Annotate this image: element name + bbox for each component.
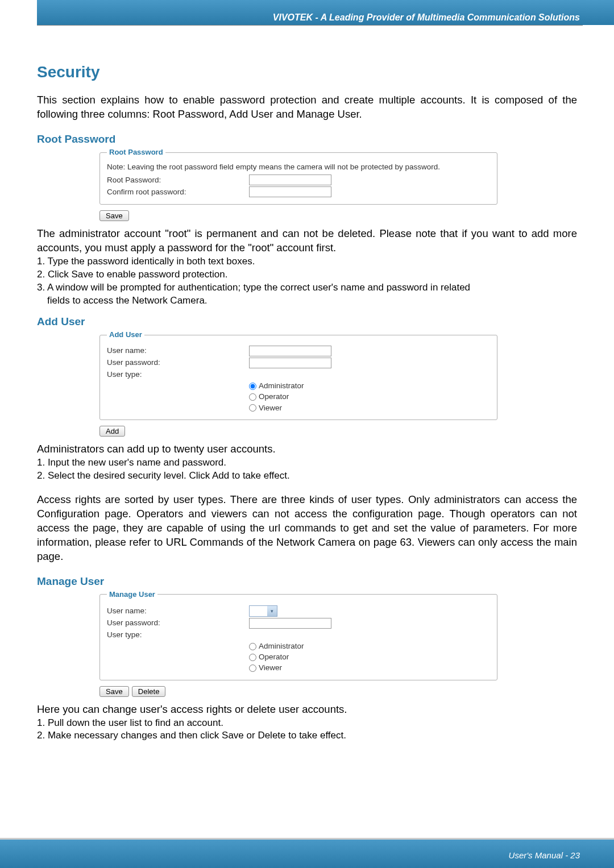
- add-step-1: 1. Input the new user's name and passwor…: [37, 456, 577, 470]
- root-password-fieldset-wrap: Root Password Note: Leaving the root pas…: [99, 147, 577, 205]
- header-title: VIVOTEK - A Leading Provider of Multimed…: [273, 13, 580, 23]
- page-header: VIVOTEK - A Leading Provider of Multimed…: [0, 0, 614, 44]
- chevron-down-icon: ▾: [267, 606, 277, 616]
- manage-user-legend: Manage User: [107, 589, 157, 600]
- add-user-pass-input[interactable]: [249, 358, 331, 368]
- add-viewer-label: Viewer: [259, 403, 282, 413]
- footer-page-number: User's Manual - 23: [509, 850, 580, 860]
- add-operator-label: Operator: [259, 392, 289, 402]
- access-rights-para: Access rights are sorted by user types. …: [37, 493, 577, 564]
- add-user-fieldset: Add User User name: User password: User …: [99, 330, 497, 420]
- add-step-2: 2. Select the desired security level. Cl…: [37, 470, 577, 483]
- root-password-legend: Root Password: [107, 147, 165, 157]
- manage-admin-label: Administrator: [259, 641, 304, 651]
- content-area: Security This section explains how to en…: [0, 44, 614, 742]
- confirm-password-label: Confirm root password:: [107, 187, 249, 197]
- root-save-button[interactable]: Save: [99, 210, 129, 221]
- root-password-para: The administrator account "root" is perm…: [37, 227, 577, 255]
- manage-viewer-label: Viewer: [259, 663, 282, 673]
- add-user-heading: Add User: [37, 314, 577, 329]
- add-user-name-input[interactable]: [249, 346, 331, 356]
- root-password-heading: Root Password: [37, 132, 577, 147]
- manage-step-2: 2. Make necessary changes and then click…: [37, 729, 577, 742]
- root-password-label: Root Password:: [107, 175, 249, 185]
- add-operator-radio[interactable]: [249, 393, 256, 401]
- manage-operator-radio[interactable]: [249, 654, 256, 661]
- intro-text: This section explains how to enable pass…: [37, 93, 577, 122]
- add-user-para: Administrators can add up to twenty user…: [37, 442, 577, 456]
- header-divider: [37, 25, 583, 26]
- add-user-name-label: User name:: [107, 346, 249, 356]
- confirm-password-input[interactable]: [249, 186, 331, 197]
- manage-user-para: Here you can change user's access rights…: [37, 703, 577, 717]
- manage-viewer-radio[interactable]: [249, 665, 256, 672]
- manage-user-select[interactable]: ▾: [249, 605, 277, 617]
- add-admin-label: Administrator: [259, 381, 304, 391]
- root-password-note: Note: Leaving the root password field em…: [107, 162, 490, 172]
- manage-delete-button[interactable]: Delete: [132, 686, 166, 697]
- page-title: Security: [37, 61, 577, 83]
- manage-step-1: 1. Pull down the user list to find an ac…: [37, 717, 577, 730]
- manage-user-name-label: User name:: [107, 606, 249, 616]
- add-admin-radio[interactable]: [249, 383, 256, 390]
- root-step-1: 1. Type the password identically in both…: [37, 255, 577, 268]
- add-user-fieldset-wrap: Add User User name: User password: User …: [99, 330, 577, 420]
- root-step-3: 3. A window will be prompted for authent…: [37, 281, 577, 294]
- add-user-type-label: User type:: [107, 369, 249, 380]
- add-user-legend: Add User: [107, 330, 144, 340]
- manage-admin-radio[interactable]: [249, 643, 256, 650]
- page-footer: User's Manual - 23: [0, 828, 614, 868]
- manage-user-heading: Manage User: [37, 574, 577, 589]
- add-button[interactable]: Add: [99, 426, 125, 437]
- root-step-2: 2. Click Save to enable password protect…: [37, 268, 577, 281]
- manage-operator-label: Operator: [259, 652, 289, 662]
- manage-user-type-label: User type:: [107, 630, 249, 640]
- root-password-input[interactable]: [249, 175, 331, 185]
- add-user-pass-label: User password:: [107, 358, 249, 368]
- manage-user-pass-label: User password:: [107, 618, 249, 628]
- manage-user-fieldset-wrap: Manage User User name: ▾ User password: …: [99, 589, 577, 680]
- manage-user-pass-input[interactable]: [249, 618, 331, 629]
- manage-user-fieldset: Manage User User name: ▾ User password: …: [99, 589, 497, 680]
- add-viewer-radio[interactable]: [249, 404, 256, 412]
- root-password-fieldset: Root Password Note: Leaving the root pas…: [99, 147, 497, 205]
- root-step-3b: fields to access the Network Camera.: [47, 294, 577, 308]
- manage-save-button[interactable]: Save: [99, 686, 129, 697]
